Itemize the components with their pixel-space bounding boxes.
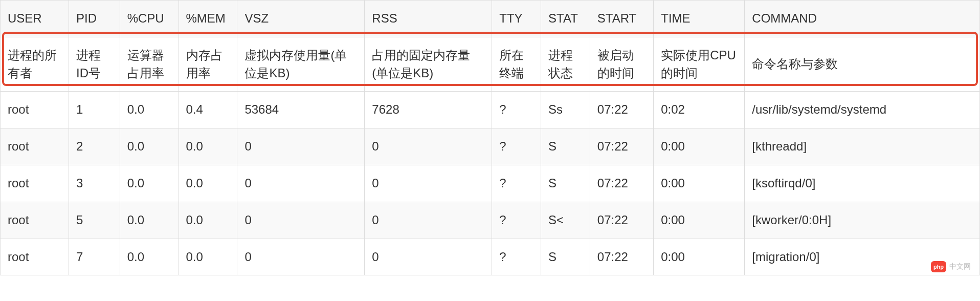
table-row: root 5 0.0 0.0 0 0 ? S< 07:22 0:00 [kwor… [1, 202, 980, 239]
col-header-mem: %MEM [179, 1, 237, 37]
cell-time: 0:00 [654, 165, 745, 202]
cell-command: [ksoftirqd/0] [745, 165, 980, 202]
col-desc-pid: 进程ID号 [69, 37, 120, 92]
watermark-logo: php [931, 261, 946, 272]
cell-mem: 0.0 [179, 239, 237, 275]
col-desc-command: 命令名称与参数 [745, 37, 980, 92]
cell-rss: 7628 [365, 92, 492, 128]
col-header-stat: STAT [541, 1, 590, 37]
col-header-pid: PID [69, 1, 120, 37]
cell-stat: Ss [541, 92, 590, 128]
col-header-cpu: %CPU [120, 1, 179, 37]
col-header-tty: TTY [492, 1, 541, 37]
cell-cpu: 0.0 [120, 202, 179, 239]
col-desc-time: 实际使用CPU的时间 [654, 37, 745, 92]
cell-mem: 0.4 [179, 92, 237, 128]
cell-command: /usr/lib/systemd/systemd [745, 92, 980, 128]
col-desc-stat: 进程状态 [541, 37, 590, 92]
col-desc-user: 进程的所有者 [1, 37, 69, 92]
cell-cpu: 0.0 [120, 92, 179, 128]
col-header-vsz: VSZ [237, 1, 365, 37]
cell-user: root [1, 165, 69, 202]
cell-pid: 1 [69, 92, 120, 128]
cell-stat: S< [541, 202, 590, 239]
col-desc-vsz: 虚拟内存使用量(单位是KB) [237, 37, 365, 92]
cell-time: 0:00 [654, 239, 745, 275]
cell-stat: S [541, 128, 590, 165]
col-header-user: USER [1, 1, 69, 37]
cell-start: 07:22 [590, 239, 653, 275]
cell-user: root [1, 239, 69, 275]
cell-vsz: 0 [237, 128, 365, 165]
cell-user: root [1, 92, 69, 128]
cell-cpu: 0.0 [120, 239, 179, 275]
cell-user: root [1, 128, 69, 165]
cell-time: 0:00 [654, 202, 745, 239]
col-header-command: COMMAND [745, 1, 980, 37]
cell-mem: 0.0 [179, 165, 237, 202]
table-row: root 3 0.0 0.0 0 0 ? S 07:22 0:00 [ksoft… [1, 165, 980, 202]
description-row: 进程的所有者 进程ID号 运算器占用率 内存占用率 虚拟内存使用量(单位是KB)… [1, 37, 980, 92]
col-header-start: START [590, 1, 653, 37]
header-row: USER PID %CPU %MEM VSZ RSS TTY STAT STAR… [1, 1, 980, 37]
cell-rss: 0 [365, 165, 492, 202]
cell-time: 0:00 [654, 128, 745, 165]
col-desc-tty: 所在终端 [492, 37, 541, 92]
col-desc-mem: 内存占用率 [179, 37, 237, 92]
cell-stat: S [541, 165, 590, 202]
cell-tty: ? [492, 202, 541, 239]
table-container: USER PID %CPU %MEM VSZ RSS TTY STAT STAR… [0, 0, 980, 275]
cell-time: 0:02 [654, 92, 745, 128]
cell-start: 07:22 [590, 165, 653, 202]
cell-command: [kthreadd] [745, 128, 980, 165]
cell-user: root [1, 202, 69, 239]
cell-tty: ? [492, 239, 541, 275]
watermark-text: 中文网 [949, 262, 971, 271]
col-desc-cpu: 运算器占用率 [120, 37, 179, 92]
cell-start: 07:22 [590, 92, 653, 128]
cell-pid: 2 [69, 128, 120, 165]
cell-pid: 7 [69, 239, 120, 275]
cell-vsz: 53684 [237, 92, 365, 128]
cell-start: 07:22 [590, 128, 653, 165]
cell-rss: 0 [365, 202, 492, 239]
cell-rss: 0 [365, 128, 492, 165]
cell-tty: ? [492, 128, 541, 165]
cell-command: [kworker/0:0H] [745, 202, 980, 239]
cell-vsz: 0 [237, 202, 365, 239]
col-desc-start: 被启动的时间 [590, 37, 653, 92]
process-table: USER PID %CPU %MEM VSZ RSS TTY STAT STAR… [0, 0, 980, 275]
col-header-time: TIME [654, 1, 745, 37]
table-body: 进程的所有者 进程ID号 运算器占用率 内存占用率 虚拟内存使用量(单位是KB)… [1, 37, 980, 275]
cell-cpu: 0.0 [120, 128, 179, 165]
cell-vsz: 0 [237, 165, 365, 202]
cell-tty: ? [492, 165, 541, 202]
table-head: USER PID %CPU %MEM VSZ RSS TTY STAT STAR… [1, 1, 980, 37]
cell-rss: 0 [365, 239, 492, 275]
cell-tty: ? [492, 92, 541, 128]
cell-pid: 5 [69, 202, 120, 239]
watermark: php 中文网 [931, 261, 971, 272]
col-header-rss: RSS [365, 1, 492, 37]
cell-start: 07:22 [590, 202, 653, 239]
cell-pid: 3 [69, 165, 120, 202]
cell-mem: 0.0 [179, 128, 237, 165]
table-row: root 1 0.0 0.4 53684 7628 ? Ss 07:22 0:0… [1, 92, 980, 128]
col-desc-rss: 占用的固定内存量(单位是KB) [365, 37, 492, 92]
cell-vsz: 0 [237, 239, 365, 275]
cell-stat: S [541, 239, 590, 275]
cell-cpu: 0.0 [120, 165, 179, 202]
cell-mem: 0.0 [179, 202, 237, 239]
table-row: root 2 0.0 0.0 0 0 ? S 07:22 0:00 [kthre… [1, 128, 980, 165]
table-row: root 7 0.0 0.0 0 0 ? S 07:22 0:00 [migra… [1, 239, 980, 275]
